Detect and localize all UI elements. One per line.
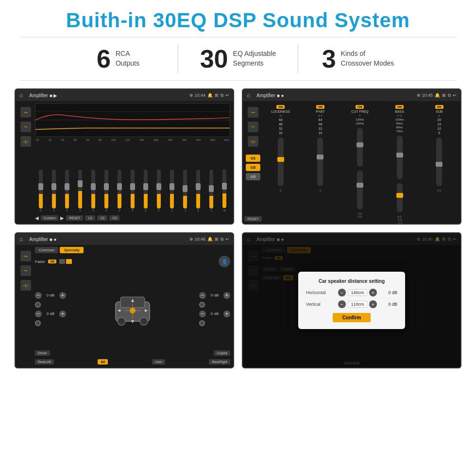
sc3-common-tab[interactable]: Common <box>35 247 58 253</box>
sc3-db-row-1: − 0 dB + <box>35 292 66 299</box>
sc2-cutfreq-on: ON <box>356 105 364 109</box>
sc1-u3-button[interactable]: U3 <box>109 215 119 221</box>
sc2-loudness-label: LOUDNESS <box>272 110 290 113</box>
sc2-u1-btn[interactable]: U1 <box>246 155 260 162</box>
screenshots-grid: ⌂ Amplifier ■ ▶ ⊕ 10:44 🔔 ⊠ ⧉ ↩ ⊶ 〜 ◁▷ <box>0 81 476 373</box>
sc2-sub-on: ON <box>435 105 443 109</box>
sc1-slider-1[interactable]: 0 <box>35 170 47 212</box>
sc3-profile-icon[interactable]: 👤 <box>219 256 230 267</box>
sc3-rearleft-btn[interactable]: RearLeft <box>35 359 54 365</box>
sc4-horizontal-val-row: − 140cm + <box>338 289 377 296</box>
sc4-horizontal-plus[interactable]: + <box>369 289 377 296</box>
sc1-sidebar-icon3[interactable]: ◁▷ <box>20 136 31 147</box>
sc2-phat-slider[interactable] <box>317 138 323 186</box>
sc2-loudness-on: ON <box>276 105 285 109</box>
sc1-custom-button[interactable]: Custom <box>41 215 58 221</box>
sc3-speaker-icon-1 <box>35 302 41 308</box>
sc1-icon2: ⊠ <box>215 93 219 98</box>
sc2-bass-slider1[interactable] <box>397 136 403 179</box>
sc3-fader-content: − 0 dB + − 0 dB + <box>35 270 230 348</box>
sc1-slider-10[interactable]: 0 <box>153 170 165 212</box>
sc2-loudness-col: ON LOUDNESS G 64 48 32 16 0 <box>262 105 299 192</box>
sc3-plus-3[interactable]: + <box>223 292 230 299</box>
sc1-slider-14[interactable]: -1 <box>205 170 217 212</box>
sc3-sidebar-icon3[interactable]: ◁▷ <box>20 280 31 291</box>
sc1-eq-chart <box>35 103 230 137</box>
sc1-slider-7[interactable]: 0 <box>114 170 125 212</box>
screenshot-dialog: ⌂ Amplifier ■ ● ⊕ 10:46 🔔 ⊠ ⧉ ↩ ⊶ 〜 ◁▷ C… <box>242 232 461 368</box>
sc2-u2-btn[interactable]: U2 <box>246 164 260 171</box>
sc2-u-buttons: U1 U2 U3 <box>246 153 260 182</box>
sc3-plus-4[interactable]: + <box>223 311 230 317</box>
sc3-user-btn[interactable]: User <box>152 359 165 365</box>
sc2-back-icon: ↩ <box>453 93 457 98</box>
sc1-slider-12[interactable]: -1 <box>179 170 191 212</box>
sc3-sidebar-icon2[interactable]: 〜 <box>20 265 31 276</box>
sc1-prev-button[interactable]: ◀ <box>35 215 39 221</box>
sc3-copilot-btn[interactable]: Copilot <box>214 350 230 356</box>
sc1-icon1: 🔔 <box>207 93 213 98</box>
sc2-sidebar-icon1[interactable]: ⊶ <box>248 107 258 118</box>
sc1-slider-13[interactable]: 0 <box>192 170 204 212</box>
sc3-minus-4[interactable]: − <box>199 311 206 317</box>
sc3-sidebar: ⊶ 〜 ◁▷ <box>18 247 33 365</box>
sc3-plus-1[interactable]: + <box>59 292 66 299</box>
sc1-freq-labels: 253240506380100125160200250320400500630 <box>35 139 230 141</box>
sc2-sidebar-icon3[interactable]: ◁▷ <box>248 136 258 147</box>
screenshot-fader: ⌂ Amplifier ■ ● ⊕ 10:46 🔔 ⊠ ⧉ ↩ ⊶ 〜 ◁▷ C… <box>15 232 234 368</box>
sc1-sidebar-icon2[interactable]: 〜 <box>20 122 31 132</box>
sc3-driver-btn[interactable]: Driver <box>35 350 50 356</box>
sc3-sidebar-icon1[interactable]: ⊶ <box>20 251 31 261</box>
sc4-confirm-button[interactable]: Confirm <box>333 313 371 322</box>
sc1-slider-3[interactable]: 0 <box>61 170 73 212</box>
sc1-slider-6[interactable]: 0 <box>101 170 112 212</box>
sc3-minus-2[interactable]: − <box>35 311 42 317</box>
sc1-eq-screen: ⊶ 〜 ◁▷ 2532405063801 <box>16 101 233 224</box>
sc4-dialog-box: Car speaker distance setting Horizontal … <box>298 272 405 329</box>
sc3-minus-3[interactable]: − <box>199 292 206 299</box>
stat-text-crossover: Kinds ofCrossover Modes <box>341 49 394 68</box>
sc4-horizontal-minus[interactable]: − <box>338 289 346 296</box>
sc3-specialty-tab[interactable]: Specialty <box>60 247 83 253</box>
sc1-eq-main: 253240506380100125160200250320400500630 … <box>35 103 230 222</box>
screenshot-crossover: ⌂ Amplifier ■ ● ⊕ 10:45 🔔 ⊠ ⧉ ↩ ⊶ 〜 ◁▷ U… <box>242 88 461 225</box>
sc1-slider-2[interactable]: 0 <box>48 170 60 212</box>
sc1-slider-9[interactable]: 0 <box>140 170 152 212</box>
sc1-slider-15[interactable]: ≫ <box>219 169 230 212</box>
sc4-vertical-minus[interactable]: − <box>338 300 346 308</box>
sc1-slider-4[interactable]: 5 <box>74 170 86 212</box>
sc1-slider-11[interactable]: 0 <box>166 170 178 212</box>
stat-rca: 6 RCAOutputs <box>58 42 178 75</box>
sc4-vertical-plus[interactable]: + <box>369 300 377 308</box>
sc2-sidebar-icon2[interactable]: 〜 <box>248 122 258 132</box>
sc2-u3-btn[interactable]: U3 <box>246 173 260 180</box>
sc3-rearright-btn[interactable]: RearRight <box>209 359 230 365</box>
sc2-loudness-slider[interactable] <box>278 138 284 186</box>
sc1-sidebar-icon1[interactable]: ⊶ <box>20 107 31 118</box>
sc3-fader-main: Common Specialty Fader ON 👤 <box>35 247 230 365</box>
sc2-cutfreq-slider2[interactable] <box>357 171 363 209</box>
sc2-reset-btn[interactable]: RESET <box>244 216 261 222</box>
sc2-icon1: 🔔 <box>435 93 440 98</box>
sc2-bass-slider2[interactable] <box>397 183 403 212</box>
sc2-cutfreq-slider1[interactable] <box>357 128 363 167</box>
sc1-u2-button[interactable]: U2 <box>97 215 107 221</box>
sc3-minus-1[interactable]: − <box>35 292 42 299</box>
sc2-sub-slider[interactable] <box>436 138 442 186</box>
sc3-plus-2[interactable]: + <box>59 311 66 317</box>
sc1-slider-5[interactable]: 0 <box>87 170 99 212</box>
sc2-cutfreq-label: CUT FREQ <box>351 110 369 113</box>
sc2-bass-on: ON <box>395 105 404 109</box>
sc1-sliders: 0 0 0 5 0 <box>35 143 230 213</box>
sc4-dialog-title: Car speaker distance setting <box>306 278 397 284</box>
sc1-sidebar: ⊶ 〜 ◁▷ <box>18 103 33 222</box>
sc3-db-row-4: − 0 dB + <box>199 311 230 317</box>
sc1-next-button[interactable]: ▶ <box>60 215 64 221</box>
sc1-slider-8[interactable]: 0 <box>127 170 138 212</box>
header-section: Buith-in 30EQ DSP Sound System <box>0 0 476 37</box>
sc1-reset-button[interactable]: RESET <box>66 215 83 221</box>
sc3-all-btn[interactable]: All <box>98 359 108 365</box>
sc3-db-val-3: 0 dB <box>207 293 222 297</box>
sc2-sub-label: SUB <box>436 110 442 113</box>
sc1-u1-button[interactable]: U1 <box>85 215 95 221</box>
